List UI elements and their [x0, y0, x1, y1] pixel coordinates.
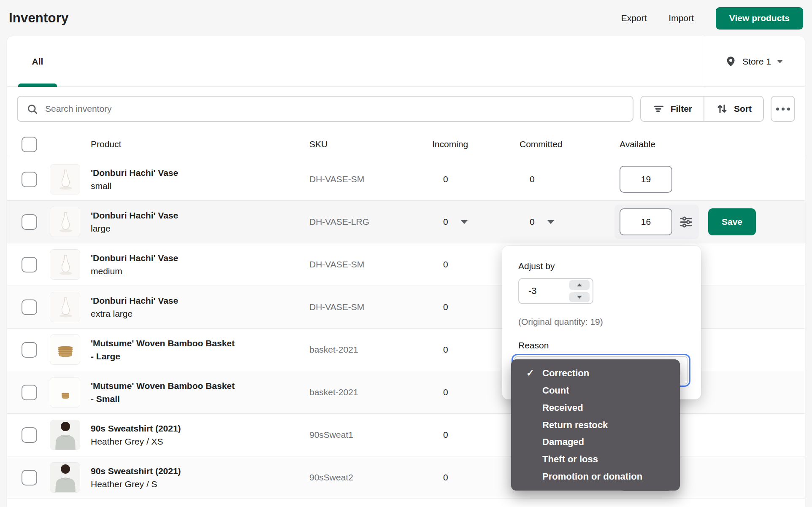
- sku-cell: DH-VASE-LRG: [309, 217, 432, 227]
- sku-cell: DH-VASE-SM: [309, 174, 432, 184]
- import-button[interactable]: Import: [669, 13, 694, 23]
- row-checkbox[interactable]: [22, 214, 37, 230]
- more-actions-button[interactable]: [771, 96, 795, 122]
- product-thumbnail-model: [50, 462, 80, 493]
- row-checkbox[interactable]: [22, 257, 37, 272]
- location-pin-icon: [725, 56, 736, 67]
- select-all-checkbox[interactable]: [22, 137, 37, 152]
- incoming-value: 0: [432, 472, 448, 483]
- original-quantity-note: (Original quantity: 19): [518, 317, 701, 327]
- incoming-value: 0: [432, 430, 448, 440]
- row-checkbox[interactable]: [22, 342, 37, 358]
- menu-item-damaged[interactable]: Damaged: [511, 434, 680, 451]
- sku-cell: 90sSweat1: [309, 430, 432, 440]
- table-row-editing: 'Donburi Hachi' Vaselarge DH-VASE-LRG 0 …: [7, 201, 805, 243]
- menu-item-theft-or-loss[interactable]: Theft or loss: [511, 451, 680, 468]
- committed-value: 0: [520, 174, 535, 184]
- view-products-button[interactable]: View products: [716, 7, 803, 30]
- product-thumbnail-basket: [50, 334, 80, 365]
- stepper-increment-button[interactable]: [569, 280, 590, 290]
- product-thumbnail-basket: [50, 377, 80, 407]
- reason-label: Reason: [518, 340, 701, 351]
- product-thumbnail-vase: [50, 249, 80, 280]
- stepper-decrement-button[interactable]: [569, 292, 590, 302]
- product-thumbnail-vase: [50, 207, 80, 237]
- table-header-row: Product SKU Incoming Committed Available: [7, 131, 805, 158]
- incoming-value: 0: [432, 217, 448, 227]
- incoming-value: 0: [432, 387, 448, 397]
- product-cell[interactable]: 'Donburi Hachi' Vaseextra large: [91, 294, 236, 320]
- menu-item-received[interactable]: Received: [511, 399, 680, 416]
- column-header-sku: SKU: [309, 139, 432, 149]
- table-row: 90s Sweatshirt (2021)Heather Grey / S 90…: [7, 456, 805, 499]
- row-checkbox[interactable]: [22, 172, 37, 187]
- incoming-value: 0: [432, 174, 448, 184]
- adjust-sliders-icon[interactable]: [678, 214, 694, 230]
- incoming-value: 0: [432, 345, 448, 355]
- horizontal-dots-icon: [776, 108, 779, 111]
- menu-item-count[interactable]: Count: [511, 382, 680, 399]
- export-button[interactable]: Export: [621, 13, 647, 23]
- incoming-caret-down-icon[interactable]: [461, 220, 468, 224]
- filter-label: Filter: [671, 104, 692, 114]
- inventory-page: Inventory Export Import View products Al…: [0, 0, 812, 507]
- product-cell[interactable]: 'Donburi Hachi' Vasesmall: [91, 166, 236, 192]
- stepper-buttons: [569, 280, 590, 302]
- table-row: 90s Sweatshirt (2021)Heather Grey / XS 9…: [7, 414, 805, 456]
- menu-item-correction[interactable]: ✓ Correction: [511, 365, 680, 382]
- store-caret-down-icon: [777, 60, 783, 63]
- sort-button[interactable]: Sort: [704, 97, 763, 121]
- product-cell[interactable]: 'Mutsume' Woven Bamboo Basket - Small: [91, 379, 236, 405]
- sort-label: Sort: [734, 104, 752, 114]
- product-thumbnail-model: [50, 420, 80, 450]
- product-thumbnail-vase: [50, 164, 80, 194]
- caret-up-icon: [577, 283, 582, 286]
- adjust-by-label: Adjust by: [518, 261, 701, 271]
- page-title: Inventory: [9, 11, 68, 26]
- reason-dropdown-menu: ✓ Correction Count Received Return resto…: [511, 359, 680, 491]
- active-tab-indicator: [18, 84, 57, 87]
- tab-all[interactable]: All: [18, 36, 57, 86]
- committed-value: 0: [520, 217, 535, 227]
- adjust-by-input[interactable]: [519, 286, 560, 297]
- tab-all-label: All: [32, 57, 43, 67]
- menu-item-return-restock[interactable]: Return restock: [511, 416, 680, 434]
- store-selector[interactable]: Store 1: [703, 36, 805, 86]
- menu-item-promotion-or-donation[interactable]: Promotion or donation: [511, 468, 680, 485]
- row-checkbox[interactable]: [22, 385, 37, 400]
- search-icon: [26, 103, 38, 115]
- available-input[interactable]: [620, 166, 672, 193]
- row-checkbox[interactable]: [22, 470, 37, 485]
- search-box[interactable]: [17, 96, 633, 122]
- search-input[interactable]: [45, 104, 624, 114]
- sku-cell: basket-2021: [309, 387, 432, 397]
- top-bar: Inventory Export Import View products: [0, 0, 812, 36]
- save-button[interactable]: Save: [708, 208, 756, 235]
- filter-button[interactable]: Filter: [641, 97, 704, 121]
- product-cell[interactable]: 'Donburi Hachi' Vasemedium: [91, 251, 236, 278]
- table-row: 'Donburi Hachi' Vasesmall DH-VASE-SM 0 0: [7, 158, 805, 201]
- product-cell[interactable]: 90s Sweatshirt (2021)Heather Grey / XS: [91, 422, 236, 448]
- column-header-committed: Committed: [520, 139, 620, 149]
- toolbar: Filter Sort: [7, 87, 805, 131]
- tabs-row: All Store 1: [7, 36, 805, 87]
- checkmark-icon: ✓: [526, 368, 534, 379]
- filter-icon: [652, 102, 665, 115]
- product-cell[interactable]: 'Donburi Hachi' Vaselarge: [91, 209, 236, 235]
- sku-cell: DH-VASE-SM: [309, 259, 432, 270]
- filter-sort-group: Filter Sort: [640, 96, 764, 122]
- column-header-product: Product: [91, 139, 309, 149]
- available-input[interactable]: [620, 208, 672, 235]
- sku-cell: 90sSweat2: [309, 472, 432, 483]
- top-bar-actions: Export Import View products: [621, 7, 803, 30]
- product-cell[interactable]: 'Mutsume' Woven Bamboo Basket - Large: [91, 337, 236, 363]
- row-checkbox[interactable]: [22, 427, 37, 443]
- column-header-available: Available: [620, 139, 702, 149]
- sort-arrows-icon: [716, 102, 728, 115]
- product-thumbnail-vase: [50, 292, 80, 322]
- row-checkbox[interactable]: [22, 299, 37, 315]
- committed-caret-down-icon[interactable]: [547, 220, 554, 224]
- store-selector-label: Store 1: [742, 57, 771, 67]
- product-cell[interactable]: 90s Sweatshirt (2021)Heather Grey / S: [91, 464, 236, 491]
- sku-cell: DH-VASE-SM: [309, 302, 432, 312]
